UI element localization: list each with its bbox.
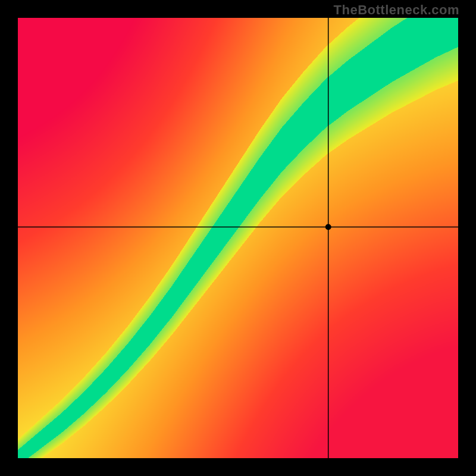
chart-container: TheBottleneck.com — [0, 0, 476, 476]
bottleneck-heatmap — [0, 0, 476, 476]
watermark-label: TheBottleneck.com — [334, 2, 459, 18]
